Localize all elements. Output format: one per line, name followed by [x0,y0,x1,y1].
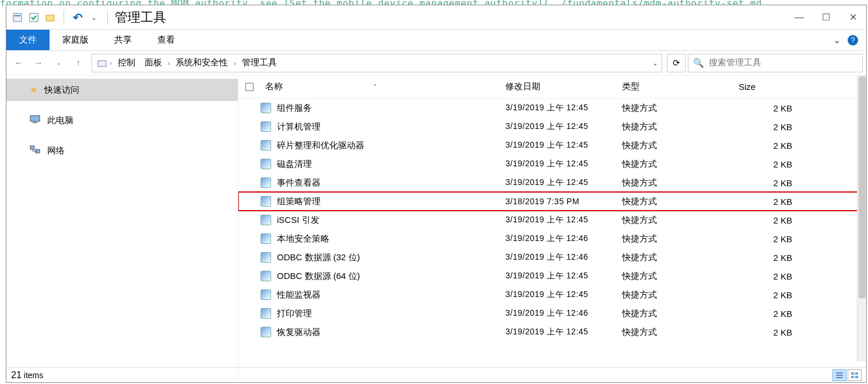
file-name-cell[interactable]: 组策略管理 [261,196,505,207]
file-size: 2 KB [739,141,809,151]
breadcrumb-seg[interactable]: 面板 [140,57,167,68]
file-row[interactable]: 计算机管理3/19/2019 上午 12:45快捷方式2 KB [238,117,866,136]
ribbon-expand-icon[interactable]: ⌄ [833,34,841,46]
file-size: 2 KB [739,178,809,188]
file-date: 3/19/2019 上午 12:45 [505,159,622,169]
up-button[interactable]: ↑ [69,54,87,72]
file-row[interactable]: 磁盘清理3/19/2019 上午 12:45快捷方式2 KB [238,155,866,173]
file-row[interactable]: ODBC 数据源 (32 位)3/19/2019 上午 12:46快捷方式2 K… [238,248,866,267]
address-bar[interactable]: › 控制 面板 › 系统和安全性 › 管理工具 ⌄ [92,54,662,72]
undo-button[interactable]: ↶ [71,11,84,24]
history-dropdown[interactable]: ⌄ [50,54,67,72]
qat-dropdown[interactable]: ⌄ [87,11,100,24]
col-date[interactable]: 修改日期 [505,81,622,92]
forward-button[interactable]: → [30,54,47,72]
file-name-cell[interactable]: 性能监视器 [261,289,505,301]
file-row[interactable]: 碎片整理和优化驱动器3/19/2019 上午 12:45快捷方式2 KB [238,136,866,155]
file-date: 3/19/2019 上午 12:45 [505,140,622,151]
file-type: 快捷方式 [622,308,739,319]
search-input[interactable]: 🔍 搜索管理工具 [688,54,863,72]
close-button[interactable]: ✕ [839,8,866,27]
thumbnails-view-button[interactable] [848,369,862,381]
chevron-right-icon[interactable]: › [234,60,236,67]
col-size[interactable]: Size [739,82,809,92]
svg-rect-1 [15,15,20,16]
details-view-button[interactable] [832,369,846,381]
file-size: 2 KB [739,215,809,225]
file-name-cell[interactable]: 打印管理 [261,308,505,319]
col-type[interactable]: 类型 [622,81,739,92]
file-row[interactable]: 性能监视器3/19/2019 上午 12:45快捷方式2 KB [238,285,866,304]
select-icon[interactable] [27,11,40,24]
file-date: 3/19/2019 上午 12:45 [505,103,622,113]
file-name-cell[interactable]: 碎片整理和优化驱动器 [261,140,505,151]
file-name: 碎片整理和优化驱动器 [277,140,364,151]
chevron-right-icon[interactable]: › [168,60,170,67]
file-row[interactable]: 恢复驱动器3/19/2019 上午 12:45快捷方式2 KB [238,323,866,341]
file-type: 快捷方式 [622,289,739,301]
file-date: 3/19/2019 上午 12:45 [505,289,622,300]
file-name-cell[interactable]: 磁盘清理 [261,159,505,170]
divider [107,10,108,25]
tab-home[interactable]: 家庭版 [50,30,101,50]
file-row[interactable]: 打印管理3/19/2019 上午 12:46快捷方式2 KB [238,304,866,323]
file-size: 2 KB [739,327,809,337]
shortcut-icon [261,121,271,132]
shortcut-icon [261,289,271,300]
nav-this-pc[interactable]: 此电脑 [6,109,238,131]
nav-label: 此电脑 [47,115,73,126]
file-name: 组件服务 [277,103,312,114]
address-dropdown[interactable]: ⌄ [652,59,658,67]
file-row[interactable]: 组策略管理3/18/2019 7:35 PM快捷方式2 KB [238,192,866,211]
title-bar: ↶ ⌄ 管理工具 — ☐ ✕ [6,5,866,30]
nav-network[interactable]: 网络 [6,139,238,162]
breadcrumb-seg[interactable]: 系统和安全性 [171,57,233,68]
file-name: ODBC 数据源 (64 位) [277,271,360,282]
nav-quick-access[interactable]: ★ 快速访问 [6,79,238,101]
scroll-thumb[interactable] [859,99,866,298]
breadcrumb-seg[interactable]: 控制 [113,57,140,68]
file-type: 快捷方式 [622,252,739,263]
file-size: 2 KB [739,271,809,281]
help-icon[interactable]: ? [848,35,858,46]
file-row[interactable]: ODBC 数据源 (64 位)3/19/2019 上午 12:45快捷方式2 K… [238,267,866,285]
navigation-bar: ← → ⌄ ↑ › 控制 面板 › 系统和安全性 › 管理工具 ⌄ ⟳ 🔍 搜索… [6,51,866,75]
col-name[interactable]: 名称˄ [261,81,505,92]
tab-view[interactable]: 查看 [145,30,188,50]
search-placeholder: 搜索管理工具 [709,57,761,68]
refresh-button[interactable]: ⟳ [667,54,686,72]
file-name-cell[interactable]: 组件服务 [261,103,505,114]
file-row[interactable]: 事件查看器3/19/2019 上午 12:45快捷方式2 KB [238,173,866,192]
folder-icon[interactable] [44,11,57,24]
file-name-cell[interactable]: ODBC 数据源 (32 位) [261,252,505,263]
svg-rect-10 [855,372,858,375]
file-name-cell[interactable]: 计算机管理 [261,121,505,132]
select-all-checkbox[interactable] [238,83,261,91]
file-name-cell[interactable]: iSCSI 引发 [261,215,505,226]
vertical-scrollbar[interactable] [857,99,866,361]
file-row[interactable]: 本地安全策略3/19/2019 上午 12:46快捷方式2 KB [238,229,866,248]
file-date: 3/19/2019 上午 12:45 [505,327,622,337]
minimize-button[interactable]: — [786,8,813,27]
shortcut-icon [261,140,271,151]
back-button[interactable]: ← [10,54,27,72]
tab-share[interactable]: 共享 [101,30,145,50]
item-label: items [24,371,43,380]
file-row[interactable]: iSCSI 引发3/19/2019 上午 12:45快捷方式2 KB [238,211,866,229]
breadcrumb-seg[interactable]: 管理工具 [237,57,282,68]
file-name-cell[interactable]: 本地安全策略 [261,233,505,245]
file-name-cell[interactable]: 恢复驱动器 [261,327,505,338]
svg-rect-7 [30,146,34,149]
explorer-window: ↶ ⌄ 管理工具 — ☐ ✕ 文件 家庭版 共享 查看 ⌄ ? ← → ⌄ ↑ … [6,5,867,383]
file-date: 3/19/2019 上午 12:45 [505,215,622,225]
chevron-right-icon[interactable]: › [110,60,112,67]
file-name-cell[interactable]: 事件查看器 [261,177,505,188]
file-row[interactable]: 组件服务3/19/2019 上午 12:45快捷方式2 KB [238,99,866,117]
properties-icon[interactable] [11,11,24,24]
file-name-cell[interactable]: ODBC 数据源 (64 位) [261,271,505,282]
file-size: 2 KB [739,122,809,132]
file-name: ODBC 数据源 (32 位) [277,252,360,263]
maximize-button[interactable]: ☐ [813,8,839,27]
tab-file[interactable]: 文件 [6,30,50,50]
svg-rect-11 [851,376,854,378]
